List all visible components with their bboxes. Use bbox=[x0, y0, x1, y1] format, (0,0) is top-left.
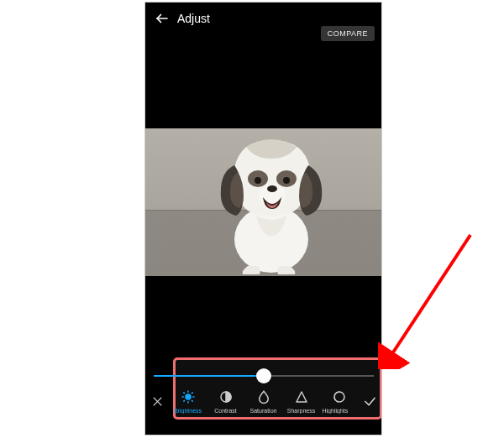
brightness-icon bbox=[180, 388, 197, 405]
check-icon bbox=[363, 394, 377, 409]
image-preview[interactable] bbox=[145, 128, 382, 276]
svg-point-4 bbox=[255, 177, 261, 184]
tool-saturation[interactable]: Saturation bbox=[244, 388, 282, 414]
arrow-left-icon bbox=[155, 11, 170, 26]
svg-line-16 bbox=[192, 400, 193, 402]
phone-frame: Adjust COMPARE bbox=[144, 2, 382, 435]
svg-point-21 bbox=[334, 392, 344, 402]
tool-label: Saturation bbox=[250, 408, 277, 414]
tool-sharpness[interactable]: Sharpness bbox=[282, 388, 320, 414]
tool-brightness[interactable]: Brightness bbox=[169, 388, 207, 414]
slider-track-active bbox=[154, 375, 264, 377]
svg-line-18 bbox=[192, 392, 193, 394]
slider-thumb[interactable] bbox=[256, 368, 271, 383]
tool-label: Sharpness bbox=[287, 408, 315, 414]
dog-subject bbox=[209, 132, 335, 274]
svg-line-17 bbox=[183, 400, 185, 402]
svg-line-22 bbox=[390, 235, 470, 357]
back-button[interactable] bbox=[154, 10, 171, 27]
confirm-button[interactable] bbox=[358, 383, 381, 420]
tool-label: Highlights bbox=[323, 408, 356, 414]
tool-contrast[interactable]: Contrast bbox=[207, 388, 244, 414]
sharpness-icon bbox=[293, 388, 310, 405]
svg-point-10 bbox=[186, 394, 191, 399]
saturation-icon bbox=[255, 388, 272, 405]
page-title: Adjust bbox=[177, 12, 210, 25]
slider-track-inactive bbox=[264, 375, 374, 377]
tool-label: Contrast bbox=[214, 408, 236, 414]
svg-point-7 bbox=[267, 185, 277, 192]
close-icon bbox=[151, 395, 164, 408]
svg-point-5 bbox=[283, 177, 290, 184]
svg-marker-20 bbox=[297, 392, 307, 402]
tool-bar: Brightness Contrast Saturation bbox=[145, 383, 381, 420]
tool-highlights[interactable]: Highlights bbox=[320, 388, 358, 414]
contrast-icon bbox=[218, 388, 234, 405]
svg-line-15 bbox=[183, 392, 185, 394]
annotation-arrow bbox=[378, 227, 479, 369]
highlights-icon bbox=[331, 388, 348, 405]
tool-label: Brightness bbox=[174, 408, 202, 414]
tool-row: Brightness Contrast Saturation bbox=[169, 388, 358, 414]
cancel-button[interactable] bbox=[145, 383, 169, 420]
compare-button[interactable]: COMPARE bbox=[321, 26, 375, 41]
